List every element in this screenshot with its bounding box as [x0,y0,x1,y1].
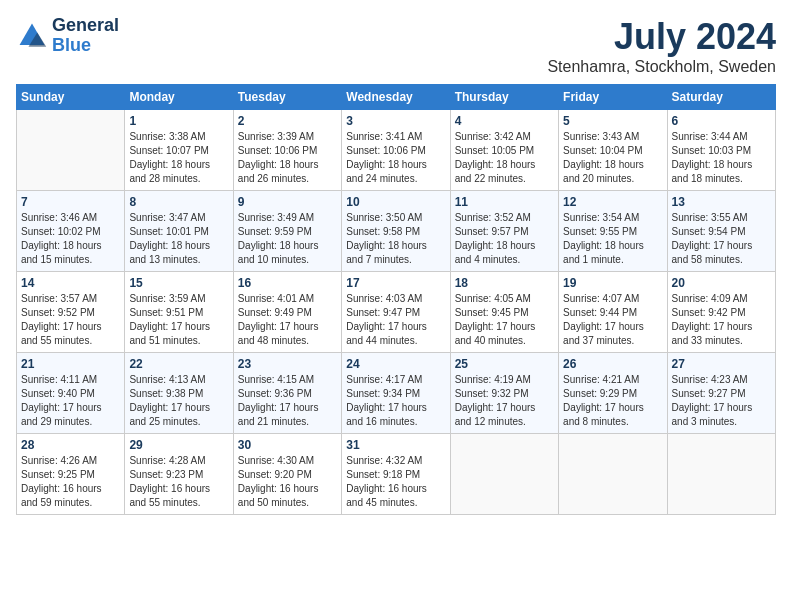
day-number: 21 [21,357,120,371]
day-info: Sunrise: 3:38 AMSunset: 10:07 PMDaylight… [129,130,228,186]
col-header-tuesday: Tuesday [233,85,341,110]
day-info: Sunrise: 4:26 AMSunset: 9:25 PMDaylight:… [21,454,120,510]
calendar-week-row: 14Sunrise: 3:57 AMSunset: 9:52 PMDayligh… [17,272,776,353]
title-area: July 2024 Stenhamra, Stockholm, Sweden [547,16,776,76]
col-header-wednesday: Wednesday [342,85,450,110]
calendar-cell [559,434,667,515]
calendar-cell [450,434,558,515]
day-number: 11 [455,195,554,209]
day-info: Sunrise: 4:07 AMSunset: 9:44 PMDaylight:… [563,292,662,348]
day-number: 31 [346,438,445,452]
calendar-table: SundayMondayTuesdayWednesdayThursdayFrid… [16,84,776,515]
day-number: 30 [238,438,337,452]
calendar-cell: 10Sunrise: 3:50 AMSunset: 9:58 PMDayligh… [342,191,450,272]
day-number: 8 [129,195,228,209]
day-number: 19 [563,276,662,290]
day-number: 16 [238,276,337,290]
calendar-cell: 6Sunrise: 3:44 AMSunset: 10:03 PMDayligh… [667,110,775,191]
calendar-cell: 30Sunrise: 4:30 AMSunset: 9:20 PMDayligh… [233,434,341,515]
day-number: 2 [238,114,337,128]
day-number: 20 [672,276,771,290]
day-info: Sunrise: 3:46 AMSunset: 10:02 PMDaylight… [21,211,120,267]
day-info: Sunrise: 3:54 AMSunset: 9:55 PMDaylight:… [563,211,662,267]
day-number: 26 [563,357,662,371]
day-number: 9 [238,195,337,209]
calendar-cell [667,434,775,515]
day-info: Sunrise: 4:15 AMSunset: 9:36 PMDaylight:… [238,373,337,429]
day-info: Sunrise: 3:41 AMSunset: 10:06 PMDaylight… [346,130,445,186]
calendar-cell: 14Sunrise: 3:57 AMSunset: 9:52 PMDayligh… [17,272,125,353]
calendar-cell: 15Sunrise: 3:59 AMSunset: 9:51 PMDayligh… [125,272,233,353]
calendar-week-row: 21Sunrise: 4:11 AMSunset: 9:40 PMDayligh… [17,353,776,434]
day-number: 24 [346,357,445,371]
day-info: Sunrise: 4:05 AMSunset: 9:45 PMDaylight:… [455,292,554,348]
calendar-cell: 17Sunrise: 4:03 AMSunset: 9:47 PMDayligh… [342,272,450,353]
day-info: Sunrise: 4:09 AMSunset: 9:42 PMDaylight:… [672,292,771,348]
day-number: 1 [129,114,228,128]
calendar-cell: 16Sunrise: 4:01 AMSunset: 9:49 PMDayligh… [233,272,341,353]
day-number: 10 [346,195,445,209]
day-info: Sunrise: 4:01 AMSunset: 9:49 PMDaylight:… [238,292,337,348]
logo-line1: General [52,16,119,36]
calendar-cell: 12Sunrise: 3:54 AMSunset: 9:55 PMDayligh… [559,191,667,272]
calendar-cell: 18Sunrise: 4:05 AMSunset: 9:45 PMDayligh… [450,272,558,353]
calendar-cell: 25Sunrise: 4:19 AMSunset: 9:32 PMDayligh… [450,353,558,434]
calendar-cell: 26Sunrise: 4:21 AMSunset: 9:29 PMDayligh… [559,353,667,434]
day-info: Sunrise: 4:19 AMSunset: 9:32 PMDaylight:… [455,373,554,429]
calendar-header-row: SundayMondayTuesdayWednesdayThursdayFrid… [17,85,776,110]
day-info: Sunrise: 3:49 AMSunset: 9:59 PMDaylight:… [238,211,337,267]
day-info: Sunrise: 4:23 AMSunset: 9:27 PMDaylight:… [672,373,771,429]
day-number: 22 [129,357,228,371]
calendar-cell: 9Sunrise: 3:49 AMSunset: 9:59 PMDaylight… [233,191,341,272]
day-info: Sunrise: 3:47 AMSunset: 10:01 PMDaylight… [129,211,228,267]
day-info: Sunrise: 3:55 AMSunset: 9:54 PMDaylight:… [672,211,771,267]
day-info: Sunrise: 3:59 AMSunset: 9:51 PMDaylight:… [129,292,228,348]
calendar-week-row: 7Sunrise: 3:46 AMSunset: 10:02 PMDayligh… [17,191,776,272]
col-header-sunday: Sunday [17,85,125,110]
calendar-cell: 24Sunrise: 4:17 AMSunset: 9:34 PMDayligh… [342,353,450,434]
calendar-cell [17,110,125,191]
calendar-cell: 31Sunrise: 4:32 AMSunset: 9:18 PMDayligh… [342,434,450,515]
calendar-cell: 13Sunrise: 3:55 AMSunset: 9:54 PMDayligh… [667,191,775,272]
page-header: General Blue July 2024 Stenhamra, Stockh… [16,16,776,76]
calendar-cell: 23Sunrise: 4:15 AMSunset: 9:36 PMDayligh… [233,353,341,434]
calendar-cell: 27Sunrise: 4:23 AMSunset: 9:27 PMDayligh… [667,353,775,434]
day-number: 4 [455,114,554,128]
day-number: 13 [672,195,771,209]
calendar-cell: 21Sunrise: 4:11 AMSunset: 9:40 PMDayligh… [17,353,125,434]
day-number: 17 [346,276,445,290]
logo-line2: Blue [52,36,119,56]
day-info: Sunrise: 3:43 AMSunset: 10:04 PMDaylight… [563,130,662,186]
day-number: 27 [672,357,771,371]
logo-text: General Blue [52,16,119,56]
logo-icon [16,20,48,52]
day-number: 29 [129,438,228,452]
day-number: 15 [129,276,228,290]
day-info: Sunrise: 4:17 AMSunset: 9:34 PMDaylight:… [346,373,445,429]
day-number: 5 [563,114,662,128]
calendar-cell: 1Sunrise: 3:38 AMSunset: 10:07 PMDayligh… [125,110,233,191]
day-number: 3 [346,114,445,128]
col-header-friday: Friday [559,85,667,110]
month-title: July 2024 [547,16,776,58]
calendar-cell: 4Sunrise: 3:42 AMSunset: 10:05 PMDayligh… [450,110,558,191]
day-info: Sunrise: 3:50 AMSunset: 9:58 PMDaylight:… [346,211,445,267]
calendar-cell: 3Sunrise: 3:41 AMSunset: 10:06 PMDayligh… [342,110,450,191]
calendar-cell: 5Sunrise: 3:43 AMSunset: 10:04 PMDayligh… [559,110,667,191]
calendar-cell: 29Sunrise: 4:28 AMSunset: 9:23 PMDayligh… [125,434,233,515]
day-info: Sunrise: 4:30 AMSunset: 9:20 PMDaylight:… [238,454,337,510]
calendar-cell: 8Sunrise: 3:47 AMSunset: 10:01 PMDayligh… [125,191,233,272]
day-info: Sunrise: 3:52 AMSunset: 9:57 PMDaylight:… [455,211,554,267]
location-title: Stenhamra, Stockholm, Sweden [547,58,776,76]
day-number: 18 [455,276,554,290]
day-number: 25 [455,357,554,371]
day-info: Sunrise: 4:11 AMSunset: 9:40 PMDaylight:… [21,373,120,429]
calendar-cell: 11Sunrise: 3:52 AMSunset: 9:57 PMDayligh… [450,191,558,272]
calendar-cell: 19Sunrise: 4:07 AMSunset: 9:44 PMDayligh… [559,272,667,353]
day-number: 23 [238,357,337,371]
day-info: Sunrise: 3:44 AMSunset: 10:03 PMDaylight… [672,130,771,186]
calendar-week-row: 1Sunrise: 3:38 AMSunset: 10:07 PMDayligh… [17,110,776,191]
day-number: 12 [563,195,662,209]
day-number: 14 [21,276,120,290]
day-number: 6 [672,114,771,128]
